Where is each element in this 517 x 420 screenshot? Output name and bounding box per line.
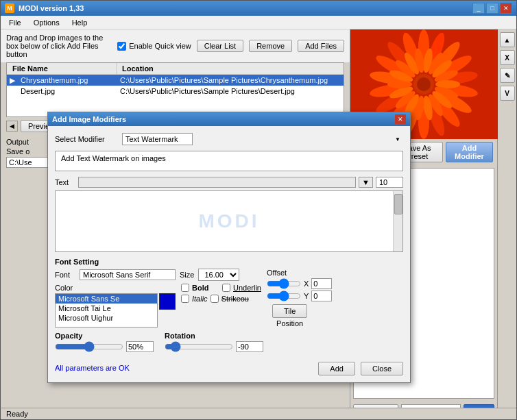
color-row: Color Microsoft Sans Se Microsoft Tai Le… xyxy=(55,284,261,328)
dialog-title-bar: Add Image Modifiers ✕ xyxy=(48,112,410,126)
font-input[interactable] xyxy=(80,269,176,280)
font-settings-label: Font Setting xyxy=(55,258,403,266)
text-label: Text xyxy=(55,178,75,186)
preview-canvas: MODI xyxy=(55,190,403,252)
status-ok-text: All parameters are OK xyxy=(55,364,130,372)
opacity-slider-row xyxy=(55,341,154,352)
rotation-section: Rotation xyxy=(165,332,263,352)
text-dropdown-icon[interactable]: ▼ xyxy=(359,177,373,188)
rotation-label: Rotation xyxy=(165,332,263,340)
size-input[interactable] xyxy=(376,177,403,188)
x-label: X xyxy=(304,280,309,288)
underline-label: Underlin xyxy=(233,284,261,292)
preview-text: MODI xyxy=(198,210,259,232)
offset-label: Offset xyxy=(267,269,332,277)
strikethrough-checkbox[interactable] xyxy=(211,295,219,303)
font-list-item[interactable]: Microsoft Tai Le xyxy=(56,304,157,313)
y-label: Y xyxy=(304,292,309,300)
opacity-slider[interactable] xyxy=(55,341,123,352)
bold-row: Bold Underlin xyxy=(181,284,261,292)
italic-checkbox[interactable] xyxy=(181,295,189,303)
tile-section: Tile Position xyxy=(272,304,307,328)
strikethrough-label: Strikeou xyxy=(221,295,249,303)
color-label: Color xyxy=(55,284,176,292)
font-label: Font xyxy=(55,271,75,279)
size-select[interactable]: 16.00 xyxy=(198,269,239,281)
select-modifier-label: Select Modifier xyxy=(55,135,117,143)
opacity-section: Opacity xyxy=(55,332,154,352)
offset-tile-area: Offset X Y xyxy=(267,269,332,328)
text-input[interactable] xyxy=(78,177,356,188)
opacity-input[interactable] xyxy=(126,341,154,352)
dialog-title: Add Image Modifiers xyxy=(52,115,126,123)
scrollbar-thumb xyxy=(394,194,402,214)
color-swatch[interactable] xyxy=(159,293,176,310)
dialog-close-button[interactable]: ✕ xyxy=(395,114,406,124)
add-button[interactable]: Add xyxy=(318,362,355,375)
font-row: Font Size 16.00 xyxy=(55,269,261,281)
app-window: M MODI version 1,33 _ □ ✕ File Options H… xyxy=(0,0,517,420)
text-row: Text ▼ xyxy=(55,177,403,188)
select-modifier-row: Select Modifier Text Watermark xyxy=(55,133,403,145)
offset-section: Offset X Y xyxy=(267,269,332,301)
close-dialog-button[interactable]: Close xyxy=(361,362,403,375)
preview-scrollbar[interactable] xyxy=(393,191,402,251)
bold-label: Bold xyxy=(192,284,219,292)
font-list-item[interactable]: Microsoft Uighur xyxy=(56,313,157,323)
position-label: Position xyxy=(276,319,303,328)
tile-button[interactable]: Tile xyxy=(272,304,307,318)
modifier-select[interactable]: Text Watermark xyxy=(122,133,193,145)
x-slider[interactable] xyxy=(267,278,301,289)
italic-label: Italic xyxy=(192,295,208,303)
opacity-label: Opacity xyxy=(55,332,154,340)
x-row: X xyxy=(267,278,332,289)
add-image-modifiers-dialog: Add Image Modifiers ✕ Select Modifier Te… xyxy=(47,112,411,383)
description-box: Add Text Watermark on images xyxy=(55,151,403,171)
y-row: Y xyxy=(267,291,332,301)
x-input[interactable] xyxy=(311,278,332,289)
style-section: Bold Underlin Italic Strikeou xyxy=(181,284,261,303)
dialog-footer: All parameters are OK Add Close xyxy=(55,356,403,375)
rotation-input[interactable] xyxy=(236,341,263,352)
font-list-item[interactable]: Microsoft Sans Se xyxy=(56,294,157,304)
dialog-body: Select Modifier Text Watermark Add Text … xyxy=(48,126,410,382)
font-list-box[interactable]: Microsoft Sans Se Microsoft Tai Le Micro… xyxy=(55,293,158,328)
opacity-rotation-row: Opacity Rotation xyxy=(55,332,403,352)
y-input[interactable] xyxy=(311,291,332,301)
rotation-slider[interactable] xyxy=(165,341,233,352)
underline-checkbox[interactable] xyxy=(222,284,230,292)
font-size-area: Font Size 16.00 Color xyxy=(55,269,261,328)
bold-checkbox[interactable] xyxy=(181,284,189,292)
size-label: Size xyxy=(180,271,194,279)
dialog-overlay: Add Image Modifiers ✕ Select Modifier Te… xyxy=(1,1,516,419)
rotation-slider-row xyxy=(165,341,263,352)
font-settings: Font Setting Font Size 16.00 xyxy=(55,258,403,328)
y-slider[interactable] xyxy=(267,291,301,301)
color-section: Color Microsoft Sans Se Microsoft Tai Le… xyxy=(55,284,176,328)
modifier-select-wrapper: Text Watermark xyxy=(122,133,403,145)
dialog-buttons: Add Close xyxy=(318,362,403,375)
italic-row: Italic Strikeou xyxy=(181,295,261,303)
